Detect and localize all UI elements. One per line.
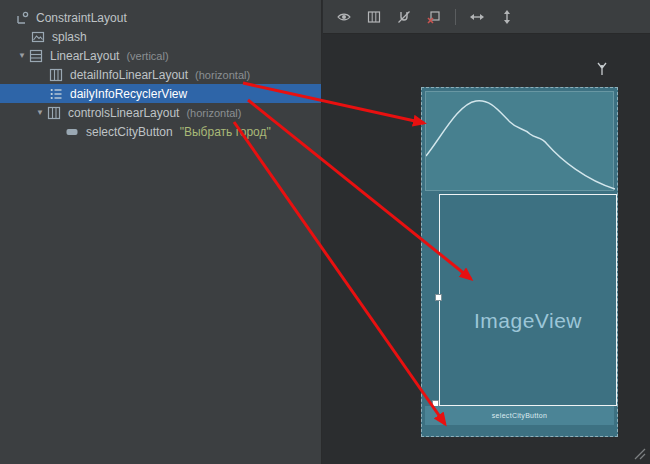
- tree-item-label: ConstraintLayout: [36, 11, 127, 25]
- constraint-layout-icon: [14, 10, 30, 26]
- component-tree-panel: ConstraintLayout splash ▼ LinearLayout (…: [0, 0, 322, 464]
- detail-info-linear-layout-preview[interactable]: [425, 91, 614, 191]
- tree-item-constraintlayout[interactable]: ConstraintLayout: [0, 8, 321, 27]
- tree-item-suffix: (vertical): [126, 50, 168, 62]
- linear-layout-horizontal-icon: [48, 67, 64, 83]
- select-city-button-preview[interactable]: selectCityButton: [425, 406, 614, 425]
- tree-item-linearlayout[interactable]: ▼ LinearLayout (vertical): [0, 46, 321, 65]
- design-surface[interactable]: ImageView selectCityButton: [323, 35, 650, 464]
- tree-item-label: detailInfoLinearLayout: [70, 68, 188, 82]
- tree-item-label: selectCityButton: [86, 125, 173, 139]
- tree-item-controlslinearlayout[interactable]: ▼ controlsLinearLayout (horizontal): [0, 103, 321, 122]
- clear-constraints-icon[interactable]: [423, 6, 445, 28]
- tree-item-dailyinforecyclerview[interactable]: dailyInfoRecyclerView: [0, 84, 321, 103]
- tree-item-suffix: (horizontal): [195, 69, 250, 81]
- button-icon: [64, 124, 80, 140]
- blueprint-mode-icon[interactable]: [363, 6, 385, 28]
- view-options-icon[interactable]: [333, 6, 355, 28]
- selection-handle-left[interactable]: [435, 294, 442, 301]
- device-preview[interactable]: ImageView selectCityButton: [421, 87, 618, 437]
- tree-item-label: LinearLayout: [50, 49, 119, 63]
- tree-item-text-value: "Выбрать город": [180, 125, 271, 139]
- image-icon: [30, 29, 46, 45]
- component-tree: ConstraintLayout splash ▼ LinearLayout (…: [0, 0, 321, 141]
- linear-layout-horizontal-icon: [46, 105, 62, 121]
- daily-info-recyclerview-selection[interactable]: [439, 194, 617, 406]
- pan-vertical-icon[interactable]: [496, 6, 518, 28]
- design-toolbar: [323, 0, 650, 34]
- tree-item-selectcitybutton[interactable]: selectCityButton "Выбрать город": [0, 122, 321, 141]
- autoconnect-off-icon[interactable]: [393, 6, 415, 28]
- recycler-view-icon: [48, 86, 64, 102]
- linear-layout-vertical-icon: [28, 48, 44, 64]
- wave-graphic: [426, 92, 615, 190]
- tree-item-suffix: (horizontal): [186, 107, 241, 119]
- design-panel: ImageView selectCityButton: [323, 0, 650, 464]
- expander-chevron-icon[interactable]: ▼: [16, 46, 28, 65]
- tree-item-label: splash: [52, 30, 87, 44]
- tree-item-detailinfolinearlayout[interactable]: detailInfoLinearLayout (horizontal): [0, 65, 321, 84]
- tree-item-splash[interactable]: splash: [0, 27, 321, 46]
- toolbar-separator: [455, 9, 456, 25]
- antenna-icon[interactable]: [594, 61, 610, 77]
- pan-horizontal-icon[interactable]: [466, 6, 488, 28]
- imageview-placeholder[interactable]: ImageView: [439, 309, 617, 333]
- expander-chevron-icon[interactable]: ▼: [34, 103, 46, 122]
- tree-item-label: dailyInfoRecyclerView: [70, 87, 187, 101]
- resize-grip[interactable]: [631, 445, 647, 461]
- tree-item-label: controlsLinearLayout: [68, 106, 179, 120]
